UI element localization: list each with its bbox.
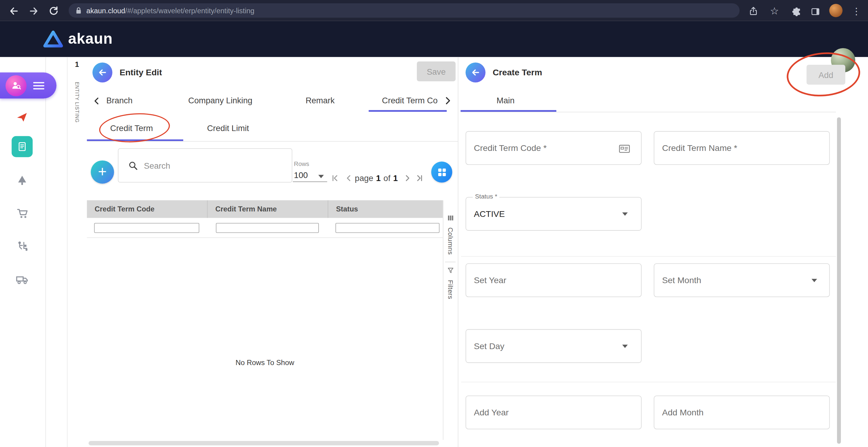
- tool-panel-filters[interactable]: Filters: [443, 276, 458, 303]
- rows-label: Rows: [294, 161, 309, 167]
- col-header-status[interactable]: Status: [328, 200, 443, 218]
- save-button[interactable]: Save: [417, 61, 456, 81]
- table-empty-message: No Rows To Show: [87, 358, 443, 367]
- set-month-label: Set Month: [662, 275, 701, 285]
- set-month-caret-icon[interactable]: [812, 279, 817, 282]
- browser-toolbar: akaun.cloud/#/applets/wavelet/erp/entity…: [0, 0, 868, 21]
- extensions-puzzle-icon[interactable]: [789, 4, 804, 19]
- filter-input-status[interactable]: [336, 223, 439, 233]
- app-header: akaun: [0, 21, 868, 57]
- pagination-prev-icon[interactable]: [344, 173, 354, 183]
- tab-credit-term-config[interactable]: Credit Term Co: [382, 96, 441, 105]
- search-box[interactable]: [118, 148, 292, 183]
- browser-refresh-icon[interactable]: [46, 4, 61, 19]
- red-plane-icon: [16, 110, 29, 124]
- set-month-select[interactable]: Set Month: [654, 263, 830, 297]
- tab-main[interactable]: Main: [497, 96, 515, 105]
- receipt-icon: [16, 141, 28, 153]
- brand-logo[interactable]: akaun: [43, 30, 113, 48]
- sidebar-divider: [45, 57, 46, 447]
- bookmark-star-icon[interactable]: ☆: [767, 4, 782, 19]
- url-bar[interactable]: akaun.cloud/#/applets/wavelet/erp/entity…: [69, 3, 740, 18]
- set-day-caret-icon[interactable]: [622, 345, 627, 348]
- pagination-last-icon[interactable]: [415, 173, 425, 183]
- sidebar-item-shop[interactable]: [11, 202, 33, 224]
- add-year-label: Add Year: [474, 408, 509, 417]
- truck-icon: [16, 273, 29, 286]
- status-value: ACTIVE: [474, 209, 505, 219]
- main-tab-border: [461, 112, 836, 113]
- add-row-button[interactable]: +: [91, 161, 114, 184]
- col-header-credit-term-name[interactable]: Credit Term Name: [208, 200, 328, 218]
- hand-truck-icon: [16, 240, 28, 252]
- page-word: page: [355, 173, 373, 183]
- create-term-back-button[interactable]: [466, 63, 486, 83]
- entity-edit-back-button[interactable]: [93, 63, 113, 83]
- arrow-left-icon: [470, 67, 480, 77]
- browser-profile-avatar[interactable]: [829, 4, 842, 17]
- filter-input-credit-term-code[interactable]: [94, 223, 199, 233]
- browser-menu-icon[interactable]: ⋮: [850, 4, 862, 19]
- vertical-tab-entity-listing[interactable]: ENTITY LISTING: [67, 72, 87, 133]
- screen: akaun.cloud/#/applets/wavelet/erp/entity…: [0, 0, 868, 447]
- tab-scroll-right-icon[interactable]: [442, 95, 454, 107]
- status-caret-icon[interactable]: [622, 212, 627, 216]
- akaun-triangle-icon: [43, 30, 63, 48]
- menu-icon[interactable]: [33, 81, 44, 90]
- rows-per-page-select[interactable]: 100: [294, 170, 308, 180]
- tab-company-linking[interactable]: Company Linking: [188, 96, 252, 105]
- set-year-field[interactable]: Set Year: [466, 263, 642, 297]
- url-path: /#/applets/wavelet/erp/entity/entity-lis…: [125, 6, 254, 15]
- col-header-credit-term-code[interactable]: Credit Term Code: [87, 200, 207, 218]
- tree-icon: [16, 174, 28, 187]
- vertical-scrollbar[interactable]: [837, 117, 841, 444]
- tab-scroll-left-icon[interactable]: [90, 95, 102, 107]
- tab-branch[interactable]: Branch: [106, 96, 133, 105]
- credit-term-code-field[interactable]: Credit Term Code *: [466, 131, 642, 165]
- search-input[interactable]: [143, 160, 273, 171]
- sidebar-item-logistics[interactable]: [11, 268, 33, 290]
- set-day-select[interactable]: Set Day: [466, 329, 642, 363]
- credit-term-name-field[interactable]: Credit Term Name *: [654, 131, 830, 165]
- active-applet-pill[interactable]: [0, 73, 56, 98]
- sidebar-item-red-applet[interactable]: [11, 106, 33, 128]
- page-current: 1: [376, 173, 381, 183]
- subtab-credit-limit[interactable]: Credit Limit: [207, 124, 249, 133]
- tool-panel-columns[interactable]: Columns: [443, 224, 458, 259]
- lookup-card-icon[interactable]: [619, 144, 630, 153]
- browser-back-icon[interactable]: [7, 4, 21, 19]
- shopping-cart-icon: [16, 206, 28, 219]
- sidebar-item-teal-applet[interactable]: [12, 136, 33, 157]
- grid-icon: [437, 167, 446, 177]
- tab-remark[interactable]: Remark: [306, 96, 335, 105]
- pagination-status: page 1 of 1: [355, 173, 398, 183]
- table-header-row: Credit Term Code Credit Term Name Status: [87, 200, 443, 218]
- add-button[interactable]: Add: [807, 65, 845, 85]
- form-divider-2: [461, 382, 836, 382]
- panels-divider: [458, 57, 458, 447]
- left-panel-title: Entity Edit: [120, 67, 162, 77]
- table-settings-button[interactable]: [431, 161, 453, 183]
- form-divider-1: [461, 256, 836, 257]
- sidebar-item-park[interactable]: [11, 169, 33, 191]
- horizontal-scrollbar[interactable]: [89, 441, 439, 446]
- plus-icon: +: [98, 163, 107, 180]
- brand-name: akaun: [68, 30, 113, 47]
- vertical-tab-index: 1: [67, 60, 87, 69]
- sidebar-item-procurement[interactable]: [11, 235, 33, 257]
- side-panel-icon[interactable]: [808, 4, 823, 19]
- browser-forward-icon[interactable]: [27, 4, 41, 19]
- rows-select-caret-icon[interactable]: [318, 175, 324, 178]
- add-year-field[interactable]: Add Year: [466, 395, 642, 429]
- of-word: of: [383, 173, 390, 183]
- add-month-field[interactable]: Add Month: [654, 395, 830, 429]
- pagination-first-icon[interactable]: [330, 173, 340, 183]
- entity-applet-icon[interactable]: [5, 75, 27, 96]
- subtab-credit-term[interactable]: Credit Term: [110, 124, 153, 133]
- pagination-next-icon[interactable]: [402, 173, 412, 183]
- columns-icon: [443, 214, 458, 222]
- share-icon[interactable]: [746, 4, 761, 19]
- filter-input-credit-term-name[interactable]: [216, 223, 319, 233]
- status-select[interactable]: Status * ACTIVE: [466, 197, 642, 231]
- filters-label: Filters: [446, 280, 454, 299]
